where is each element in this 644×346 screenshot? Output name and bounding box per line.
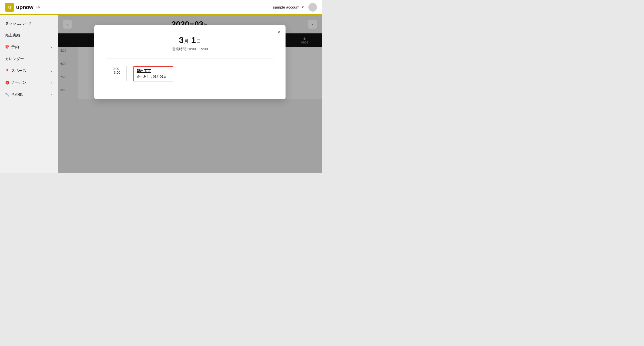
topbar: u upnow β版 sample account ▼ [0, 0, 322, 15]
logo-icon: u [5, 3, 14, 12]
account-chevron-icon: ▼ [301, 6, 304, 9]
avatar [308, 3, 317, 12]
sidebar-item-label: スペース [11, 68, 26, 73]
account-name: sample account [273, 5, 299, 9]
modal-event-subtitle: 繰り返し：03月01日 [137, 74, 170, 79]
main-content: ‹ 2020年03月 › 土 日 月 火 水 03/04 木 03/05 [58, 15, 322, 173]
wrench-icon: 🔧 [5, 92, 9, 96]
modal-date-text: 3月 1日 [179, 35, 201, 45]
chevron-down-icon: ∨ [51, 45, 53, 49]
modal-overlay: × 3月 1日 営業時間 10:00 - 15:00 0:00-3:00 貸出不… [58, 15, 322, 173]
sidebar-item-label: 予約 [11, 45, 19, 50]
logo-area: u upnow β版 [5, 3, 40, 12]
modal-date: 3月 1日 [106, 35, 273, 45]
calendar-icon: 📅 [5, 45, 9, 49]
modal-event-row: 0:00-3:00 貸出不可 繰り返し：03月01日 [106, 64, 273, 84]
chevron-down-icon: ∨ [51, 93, 53, 96]
modal-event-divider [126, 66, 127, 81]
modal-dialog: × 3月 1日 営業時間 10:00 - 15:00 0:00-3:00 貸出不… [94, 25, 286, 99]
modal-month-number: 3 [179, 35, 184, 45]
sidebar-item-label: ダッシュボード [5, 21, 31, 26]
sidebar-item-reservations[interactable]: 📅 予約 ∨ [0, 41, 58, 53]
modal-event-time: 0:00-3:00 [106, 67, 120, 74]
sidebar: ダッシュボード 売上実績 📅 予約 ∨ カレンダー 📍 スペース ∨ [0, 15, 58, 173]
modal-close-button[interactable]: × [277, 29, 280, 36]
beta-badge: β版 [36, 5, 40, 9]
modal-day-number: 1 [191, 35, 196, 45]
account-area[interactable]: sample account ▼ [273, 3, 317, 12]
sidebar-item-other[interactable]: 🔧 その他 ∨ [0, 88, 58, 100]
sidebar-item-label: クーポン [11, 80, 26, 85]
modal-day-label: 日 [196, 38, 201, 44]
sidebar-item-sales[interactable]: 売上実績 [0, 29, 58, 41]
pin-icon: 📍 [5, 69, 9, 73]
chevron-down-icon: ∨ [51, 81, 53, 84]
modal-event-card[interactable]: 貸出不可 繰り返し：03月01日 [133, 66, 173, 81]
modal-event-title: 貸出不可 [137, 69, 170, 73]
modal-month-label: 月 [184, 38, 189, 44]
modal-bottom-divider [106, 89, 273, 89]
sidebar-item-label: その他 [11, 92, 23, 97]
layout: ダッシュボード 売上実績 📅 予約 ∨ カレンダー 📍 スペース ∨ [0, 15, 322, 173]
sidebar-item-spaces[interactable]: 📍 スペース ∨ [0, 65, 58, 77]
logo-text: upnow [16, 4, 33, 11]
sidebar-item-dashboard[interactable]: ダッシュボード [0, 18, 58, 29]
chevron-down-icon: ∨ [51, 69, 53, 72]
gift-icon: 🎁 [5, 81, 9, 85]
sidebar-item-coupons[interactable]: 🎁 クーポン ∨ [0, 77, 58, 88]
sidebar-item-label: 売上実績 [5, 33, 20, 38]
sidebar-item-label: カレンダー [5, 57, 24, 61]
modal-top-divider [106, 59, 273, 59]
sidebar-item-calendar[interactable]: カレンダー [0, 53, 58, 65]
modal-hours: 営業時間 10:00 - 15:00 [106, 47, 273, 52]
